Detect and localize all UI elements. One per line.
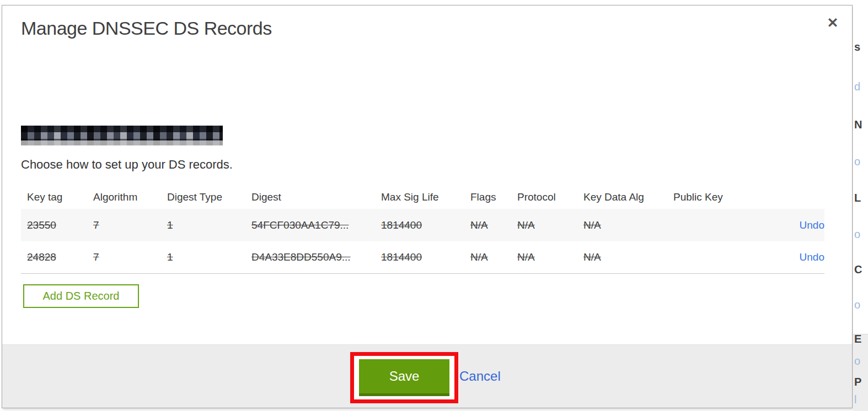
column-header-key-data-alg: Key Data Alg <box>583 191 673 203</box>
background-partial-text: o <box>854 299 860 311</box>
column-header-flags: Flags <box>470 191 517 203</box>
column-header-public-key: Public Key <box>673 191 786 203</box>
cell-digest-type: 1 <box>167 219 251 231</box>
cell-key-data-alg: N/A <box>583 219 673 231</box>
cancel-link[interactable]: Cancel <box>459 369 501 384</box>
ds-records-table: Key tag Algorithm Digest Type Digest Max… <box>21 185 824 274</box>
cell-key-tag: 23550 <box>27 219 93 231</box>
background-partial-text: P <box>854 376 861 388</box>
cell-key-tag: 24828 <box>27 251 93 263</box>
cell-max-sig-life: 1814400 <box>381 219 470 231</box>
column-header-digest-type: Digest Type <box>167 191 251 203</box>
manage-dnssec-ds-records-dialog: Manage DNSSEC DS Records ✕ Choose how to… <box>2 5 853 408</box>
cell-protocol: N/A <box>517 251 583 263</box>
column-header-key-tag: Key tag <box>27 191 93 203</box>
cell-digest: 54FCF030AA1C79... <box>251 219 381 231</box>
background-partial-text: N <box>854 118 862 131</box>
background-partial-text: C <box>854 263 862 276</box>
add-ds-record-button[interactable]: Add DS Record <box>23 284 139 308</box>
cell-algorithm: 7 <box>93 251 167 263</box>
table-row: 23550 7 1 54FCF030AA1C79... 1814400 N/A … <box>21 209 824 241</box>
cell-digest-type: 1 <box>167 251 251 263</box>
background-partial-text: d <box>854 80 860 93</box>
cell-protocol: N/A <box>517 219 583 231</box>
redacted-domain-name <box>21 126 223 145</box>
background-partial-text: o <box>854 228 860 241</box>
undo-link[interactable]: Undo <box>800 251 824 263</box>
instruction-text: Choose how to set up your DS records. <box>21 158 233 172</box>
background-partial-text: o <box>854 355 860 367</box>
undo-link[interactable]: Undo <box>800 219 824 231</box>
background-partial-text: l <box>854 393 856 406</box>
column-header-protocol: Protocol <box>517 191 583 203</box>
table-header-row: Key tag Algorithm Digest Type Digest Max… <box>21 185 824 209</box>
save-button[interactable]: Save <box>359 359 449 396</box>
cell-max-sig-life: 1814400 <box>381 251 470 263</box>
dialog-title: Manage DNSSEC DS Records <box>21 18 272 39</box>
cell-digest: D4A33E8DD550A9... <box>251 251 381 263</box>
table-row: 24828 7 1 D4A33E8DD550A9... 1814400 N/A … <box>21 241 824 274</box>
column-header-digest: Digest <box>251 191 381 203</box>
background-partial-text: E <box>854 333 861 345</box>
close-button[interactable]: ✕ <box>823 13 842 32</box>
background-partial-text: s <box>854 41 860 53</box>
cell-algorithm: 7 <box>93 219 167 231</box>
cell-key-data-alg: N/A <box>583 251 673 263</box>
background-page-strip: s d N o L o C o E o P l <box>853 0 868 411</box>
column-header-algorithm: Algorithm <box>93 191 167 203</box>
save-highlight-annotation: Save <box>350 352 458 403</box>
dialog-footer: Save Cancel <box>2 344 852 408</box>
close-icon: ✕ <box>827 15 839 30</box>
column-header-max-sig-life: Max Sig Life <box>381 191 470 203</box>
cell-flags: N/A <box>470 219 517 231</box>
background-partial-text: o <box>854 155 860 168</box>
background-partial-text: L <box>854 192 861 204</box>
cell-flags: N/A <box>470 251 517 263</box>
